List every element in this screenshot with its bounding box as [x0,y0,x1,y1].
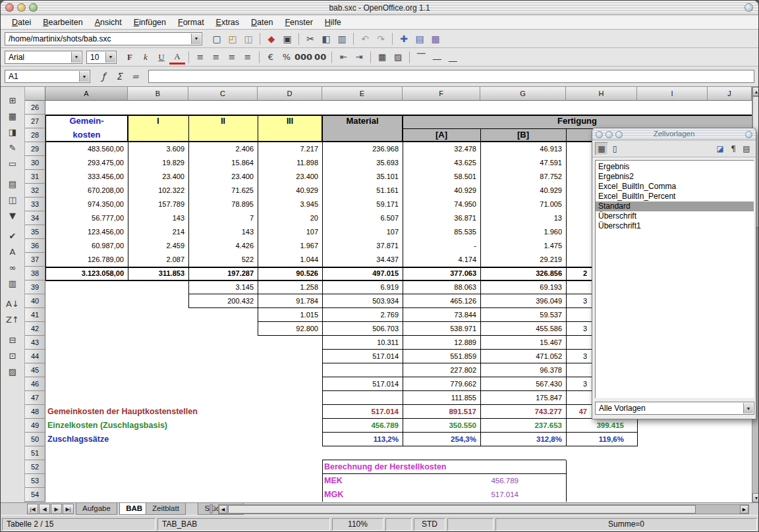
menu-bearbeiten[interactable]: Bearbeiten [37,16,88,28]
row-header-52[interactable]: 52 [25,460,45,474]
cell-e31[interactable]: 35.101 [322,170,403,184]
title-bar[interactable]: bab.sxc - OpenOffice.org 1.1 [1,1,758,15]
insert-cells-icon[interactable]: ▦ [3,108,22,124]
menu-extras[interactable]: Extras [210,16,245,28]
sheet-tab-aufgabe[interactable]: Aufgabe [76,503,117,515]
cell-e39[interactable]: 6.919 [322,280,403,294]
cell-a37[interactable]: 126.789,00 [45,253,128,267]
horizontal-scrollbar[interactable]: ◀ ▶ [218,504,749,514]
align-left-icon[interactable]: ≡ [192,49,208,65]
cell-e49[interactable]: 456.789 [322,419,403,433]
undo-icon[interactable]: ↶ [357,31,373,47]
cell-a50[interactable]: Zuschlagssätze [45,433,321,446]
cell-e29[interactable]: 236.968 [322,142,403,156]
cell-g47[interactable]: 175.847 [480,391,566,405]
print-file-direct-icon[interactable]: ▣ [279,31,295,47]
cell-g39[interactable]: 69.193 [480,280,566,294]
menu-datei[interactable]: Datei [6,16,37,28]
cell-f35[interactable]: 85.535 [403,225,480,239]
data-sources-icon[interactable]: ▥ [3,275,22,291]
scroll-up-button[interactable]: ▲ [752,87,759,96]
cell-g33[interactable]: 71.005 [480,198,566,211]
cell-f39[interactable]: 88.063 [403,280,480,294]
cell-g36[interactable]: 1.475 [480,239,566,253]
dropdown-arrow-icon[interactable]: ▼ [79,71,89,82]
column-header-j[interactable]: J [708,87,752,101]
cell-a32[interactable]: 670.208,00 [45,184,128,198]
cell-e50[interactable]: 113,2% [322,433,403,446]
previous-sheet-button[interactable]: ◀ [39,504,50,514]
cell-g48[interactable]: 743.277 [480,405,566,419]
row-header-27[interactable]: 27 [25,115,45,128]
formula-input[interactable] [148,70,754,83]
find-replace-icon[interactable]: ∞ [3,259,22,275]
cell-d40[interactable]: 91.784 [258,294,322,308]
sheet-tab-bab[interactable]: BAB [119,503,149,515]
cell-g42[interactable]: 455.586 [480,322,566,336]
cell-g31[interactable]: 87.752 [480,170,566,184]
sheet-position-indicator[interactable]: Tabelle 2 / 15 [2,518,155,531]
cell-f30[interactable]: 43.625 [403,156,480,170]
cell-e43[interactable]: 10.311 [322,336,403,350]
form-functions-icon[interactable]: ▭ [3,155,22,171]
cell-b30[interactable]: 19.829 [128,156,188,170]
stylist-title-bar[interactable]: Zellvorlagen [592,128,756,140]
draw-functions-icon[interactable]: ✎ [3,140,22,155]
cell-b37[interactable]: 2.087 [128,253,188,267]
cell-e48[interactable]: 517.014 [322,405,403,419]
cell-e34[interactable]: 6.507 [322,211,403,225]
cell-f38[interactable]: 377.063 [403,267,480,280]
cell-b29[interactable]: 3.609 [128,142,188,156]
cell-styles-icon[interactable]: ▦ [595,142,608,155]
gallery-icon[interactable]: ▩ [428,31,443,47]
cell-c37[interactable]: 522 [188,253,258,267]
dropdown-arrow-icon[interactable]: ▼ [191,34,201,44]
row-header-35[interactable]: 35 [25,225,45,239]
decrease-indent-icon[interactable]: ⇤ [335,49,351,65]
cell-h38[interactable]: 2 [566,267,587,280]
fill-format-mode-icon[interactable]: ◪ [714,142,727,155]
spellcheck-icon[interactable]: ✔ [3,228,22,244]
cell-a36[interactable]: 60.987,00 [45,239,128,253]
cell-c40[interactable]: 200.432 [188,294,258,308]
sum-indicator[interactable]: Summe=0 [495,518,757,531]
cell-a48[interactable]: Gemeinkosten der Hauptkostenstellen [45,405,321,419]
sheet-tab-zeitblatt[interactable]: Zeitblatt [146,503,186,515]
cell-f49[interactable]: 350.550 [403,419,480,433]
row-header-46[interactable]: 46 [25,377,45,391]
cell-d30[interactable]: 11.898 [258,156,322,170]
cell-h46[interactable]: 3 [566,377,587,391]
cell-a49[interactable]: Einzelkosten (Zuschlagsbasis) [45,419,321,433]
style-entry-ergebnis[interactable]: Ergebnis [596,162,754,172]
cell-c36[interactable]: 4.426 [188,239,258,253]
cell-e41[interactable]: 2.769 [322,308,403,322]
cut-icon[interactable]: ✂ [302,31,318,47]
cell-d31[interactable]: 23.400 [258,170,322,184]
cell-d33[interactable]: 3.945 [258,198,322,211]
column-header-c[interactable]: C [188,87,258,101]
row-header-40[interactable]: 40 [25,294,45,308]
cell-e35[interactable]: 107 [322,225,403,239]
cell-h44[interactable]: 3 [566,350,587,363]
cell-h50[interactable]: 119,6% [566,433,637,446]
cell-c32[interactable]: 71.625 [188,184,258,198]
cell-b27[interactable]: I [128,115,188,128]
tab-scrollbar-splitter[interactable] [210,504,213,514]
cell-c34[interactable]: 7 [188,211,258,225]
row-header-39[interactable]: 39 [25,280,45,294]
menu-ansicht[interactable]: Ansicht [89,16,128,28]
cell-g49[interactable]: 237.653 [480,419,566,433]
cell-a30[interactable]: 293.475,00 [45,156,128,170]
shade-button[interactable] [745,3,753,12]
horizontal-scrollbar-thumb[interactable] [228,505,696,514]
stylist-window[interactable]: Zellvorlagen ▦▯ ◪¶▤ ErgebnisErgebnis2Exc… [592,128,756,419]
cell-c31[interactable]: 23.400 [188,170,258,184]
column-header-f[interactable]: F [403,87,480,101]
cell-a28[interactable]: kosten [45,128,128,142]
cell-d38[interactable]: 90.526 [258,267,322,280]
cell-c39[interactable]: 3.145 [188,280,258,294]
background-color-icon[interactable]: ▨ [390,49,406,65]
autofilter-icon[interactable]: ▼ [3,207,22,223]
cell-e42[interactable]: 506.703 [322,322,403,336]
cell-g37[interactable]: 29.219 [480,253,566,267]
